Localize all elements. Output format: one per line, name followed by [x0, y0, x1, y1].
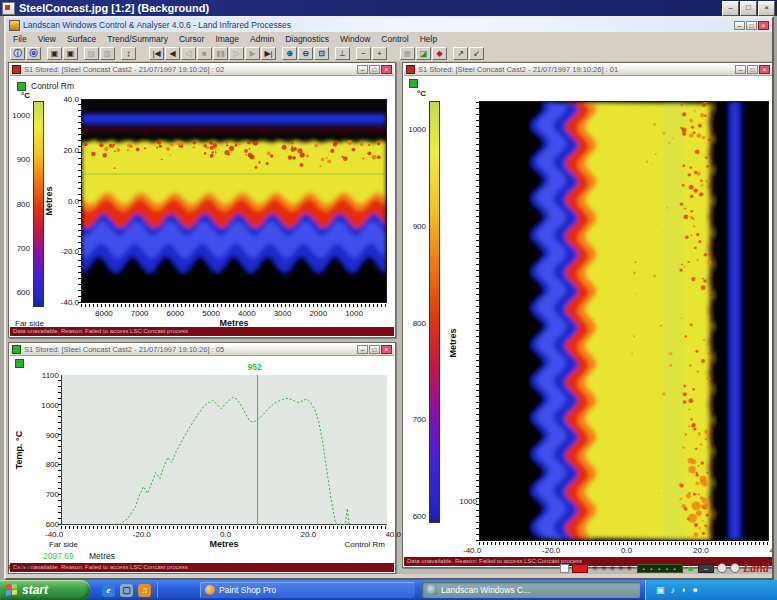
minimize-button[interactable]: –: [722, 1, 739, 16]
axis-tick-label: 900: [17, 155, 30, 164]
window-title: S1 Stored: [Steel Concast Cast2 - 21/07/…: [24, 345, 354, 354]
info-icon[interactable]: ⓘ: [10, 47, 25, 60]
maximize-button[interactable]: □: [747, 65, 758, 74]
landscan-window: Landscan Windows Control & Analyser 4.0.…: [4, 16, 774, 580]
panel-buttons[interactable]: ▪▪: [698, 564, 714, 573]
axis-tick-label: -20.0: [133, 530, 151, 539]
app-icon: [9, 20, 20, 31]
access-key-icon[interactable]: ↨: [121, 47, 136, 60]
thermal-map-canvas[interactable]: [81, 99, 387, 303]
toolbar-separator: [79, 47, 83, 60]
trend-icon[interactable]: ◪: [416, 47, 431, 60]
toolbar-separator: [351, 47, 355, 60]
menu-window[interactable]: Window: [340, 34, 370, 44]
histogram-icon[interactable]: ▦: [400, 47, 415, 60]
network-icon[interactable]: ◗: [681, 580, 686, 600]
pause-icon[interactable]: ▮▮: [213, 47, 228, 60]
contract-icon[interactable]: −: [356, 47, 371, 60]
x-axis-ticks: -40.0-20.00.020.040.0: [463, 546, 772, 555]
internet-explorer-icon[interactable]: e: [102, 584, 115, 597]
minimize-button[interactable]: –: [357, 345, 368, 354]
axis-tick-label: 6000: [166, 309, 184, 318]
scanner-2-icon[interactable]: ▣: [63, 47, 78, 60]
media-player-icon[interactable]: ♫: [138, 584, 151, 597]
axis-tick-label: 5000: [202, 309, 220, 318]
axis-tick-label: 900: [46, 431, 59, 440]
menu-view[interactable]: View: [38, 34, 56, 44]
step-forward-icon[interactable]: ▶: [245, 47, 260, 60]
window-titlebar[interactable]: S1 Stored: [Steel Concast Cast2 - 21/07/…: [10, 344, 394, 356]
axis-tick-label: 8000: [95, 309, 113, 318]
goto-end-icon[interactable]: ▶|: [261, 47, 276, 60]
zoom-in-icon[interactable]: ⊕: [282, 47, 297, 60]
psp-titlebar[interactable]: SteelConcast.jpg [1:2] (Background) –□×: [0, 0, 777, 16]
about-icon[interactable]: ⓔ: [26, 47, 41, 60]
status-alarm-chip[interactable]: [572, 564, 588, 573]
menu-help[interactable]: Help: [420, 34, 437, 44]
legend-swatch: [409, 79, 418, 88]
show-desktop-icon[interactable]: ▢: [120, 584, 133, 597]
task-label: Landscan Windows C...: [441, 585, 530, 595]
start-button[interactable]: start: [0, 580, 90, 600]
close-button[interactable]: ×: [381, 345, 392, 354]
zoom-box-icon[interactable]: ⊡: [314, 47, 329, 60]
close-button[interactable]: ×: [759, 65, 770, 74]
close-button[interactable]: ×: [381, 65, 392, 74]
pan-down-icon[interactable]: ↙: [469, 47, 484, 60]
zoom-out-icon[interactable]: ⊖: [298, 47, 313, 60]
axis-tick-label: 800: [17, 200, 30, 209]
colorbar: [33, 101, 44, 307]
window-titlebar[interactable]: S1 Stored: [Steel Concast Cast2 - 21/07/…: [404, 64, 772, 76]
security-icon[interactable]: ●: [692, 580, 697, 600]
x-axis-title: Metres: [61, 539, 387, 549]
app-titlebar[interactable]: Landscan Windows Control & Analyser 4.0.…: [6, 18, 772, 33]
cursor-position-unit: Metres: [89, 551, 115, 561]
axis-tick-label: 700: [17, 244, 30, 253]
axis-tick-label: 600: [17, 288, 30, 297]
expand-icon[interactable]: +: [372, 47, 387, 60]
close-button[interactable]: ×: [758, 1, 775, 16]
minimize-button[interactable]: –: [357, 65, 368, 74]
thermal-map-canvas[interactable]: [479, 101, 769, 541]
close-button[interactable]: ×: [758, 21, 769, 30]
print-icon[interactable]: ▤: [84, 47, 99, 60]
profile-chart-canvas[interactable]: [61, 375, 387, 525]
setup-icon[interactable]: ▥: [100, 47, 115, 60]
legend: Control Rm: [17, 81, 74, 91]
colorbar-unit: °C: [417, 89, 426, 98]
display-icon[interactable]: ▣: [656, 580, 665, 600]
minimize-button[interactable]: –: [734, 21, 745, 30]
step-back-icon[interactable]: ◀: [165, 47, 180, 60]
menu-image[interactable]: Image: [215, 34, 239, 44]
maximize-button[interactable]: □: [740, 1, 757, 16]
menu-control[interactable]: Control: [381, 34, 408, 44]
taskbar-button-landscan[interactable]: Landscan Windows C...: [422, 582, 640, 598]
play-reverse-icon[interactable]: ◁: [181, 47, 196, 60]
menu-diagnostics[interactable]: Diagnostics: [285, 34, 329, 44]
scanner-1-icon[interactable]: ▣: [47, 47, 62, 60]
axis-tick-label: 700: [46, 490, 59, 499]
window-controls: –□×: [735, 65, 770, 74]
maximize-button[interactable]: □: [369, 345, 380, 354]
maximize-button[interactable]: □: [369, 65, 380, 74]
play-icon[interactable]: ▷: [229, 47, 244, 60]
y-axis-ticks: 40.020.00.0-20.0-40.0: [53, 95, 79, 307]
minimize-button[interactable]: –: [735, 65, 746, 74]
menu-surface[interactable]: Surface: [67, 34, 96, 44]
alert-triangle-icon: ▲: [686, 564, 695, 573]
stop-icon[interactable]: ■: [197, 47, 212, 60]
menu-cursor[interactable]: Cursor: [179, 34, 205, 44]
maximize-button[interactable]: □: [746, 21, 757, 30]
start-label: start: [22, 583, 48, 597]
goto-start-icon[interactable]: |◀: [149, 47, 164, 60]
menu-file[interactable]: File: [13, 34, 27, 44]
pan-up-icon[interactable]: ↗: [453, 47, 468, 60]
menu-admin[interactable]: Admin: [250, 34, 274, 44]
alarm-icon[interactable]: ◆: [432, 47, 447, 60]
profile-cursor-icon[interactable]: ⊥: [335, 47, 350, 60]
window-status-strip: Data unavailable. Reason: Failed to acce…: [10, 327, 394, 336]
taskbar-button-paintshoppro[interactable]: Paint Shop Pro: [200, 582, 415, 598]
menu-trend-summary[interactable]: Trend/Summary: [107, 34, 168, 44]
window-titlebar[interactable]: S1 Stored: [Steel Concast Cast2 - 21/07/…: [10, 64, 394, 76]
volume-icon[interactable]: ♪: [671, 580, 676, 600]
